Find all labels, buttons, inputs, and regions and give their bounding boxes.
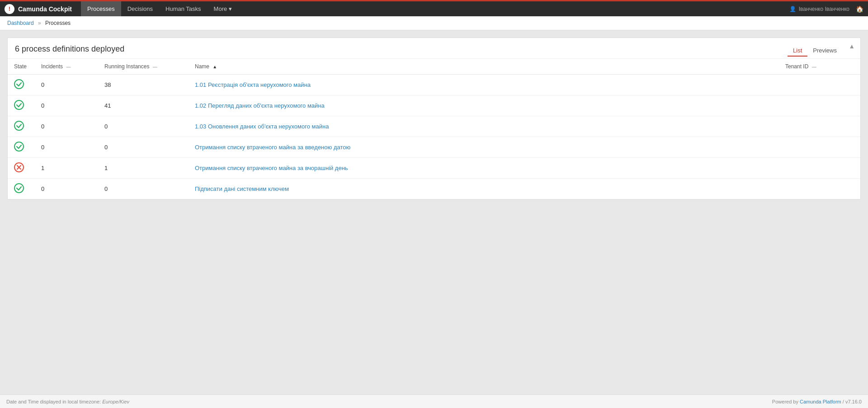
table-row: 0411.02 Перегляд даних об'єкта нерухомог… [8, 95, 860, 116]
cell-name[interactable]: Отримання списку втраченого майна за вчо… [189, 158, 779, 179]
svg-point-1 [14, 100, 24, 109]
brand-name: Camunda Cockpit [18, 5, 72, 13]
top-navbar: ! Camunda Cockpit Processes Decisions Hu… [0, 0, 868, 16]
col-header-running[interactable]: Running Instances — [98, 59, 189, 75]
cell-incidents: 0 [35, 116, 98, 137]
view-tabs: List Previews [788, 45, 842, 57]
table-header-row: State Incidents — Running Instances — Na… [8, 59, 860, 75]
cell-name[interactable]: 1.02 Перегляд даних об'єкта нерухомого м… [189, 95, 779, 116]
state-ok-icon [14, 125, 24, 132]
running-sort-icon: — [153, 64, 157, 69]
table-row: 00Підписати дані системним ключем [8, 179, 860, 199]
cell-incidents: 0 [35, 75, 98, 95]
col-header-incidents[interactable]: Incidents — [35, 59, 98, 75]
process-name-link[interactable]: 1.03 Оновлення даних об'єкта нерухомого … [195, 123, 329, 130]
nav-user: 👤 Іванченко Іванченко [789, 6, 849, 12]
process-name-link[interactable]: Отримання списку втраченого майна за вве… [195, 144, 350, 151]
cell-state [8, 179, 35, 199]
state-error-icon [14, 167, 24, 174]
name-sort-icon: ▲ [212, 64, 217, 69]
breadcrumb: Dashboard » Processes [0, 16, 868, 30]
process-definitions-panel: 6 process definitions deployed List Prev… [7, 38, 861, 199]
process-name-link[interactable]: 1.01 Реєстрація об'єкта нерухомого майна [195, 81, 311, 88]
cell-tenant [779, 95, 860, 116]
breadcrumb-separator: » [38, 20, 41, 26]
brand-link[interactable]: ! Camunda Cockpit [5, 4, 72, 14]
cell-running: 41 [98, 95, 189, 116]
table-row: 0381.01 Реєстрація об'єкта нерухомого ма… [8, 75, 860, 95]
cell-state [8, 158, 35, 179]
table-row: 001.03 Оновлення даних об'єкта нерухомог… [8, 116, 860, 137]
panel-collapse-button[interactable]: ▲ [849, 43, 855, 50]
cell-running: 1 [98, 158, 189, 179]
nav-items: Processes Decisions Human Tasks More ▾ [81, 1, 789, 16]
svg-point-2 [14, 121, 24, 130]
cell-tenant [779, 137, 860, 158]
panel-title: 6 process definitions deployed [15, 44, 124, 54]
cell-tenant [779, 179, 860, 199]
state-ok-icon [14, 188, 24, 195]
svg-point-3 [14, 142, 24, 151]
cell-state [8, 75, 35, 95]
tab-list[interactable]: List [788, 45, 807, 57]
cell-state [8, 137, 35, 158]
cell-tenant [779, 75, 860, 95]
state-ok-icon [14, 84, 24, 90]
breadcrumb-processes: Processes [45, 20, 71, 26]
footer-timezone: Date and Time displayed in local timezon… [6, 399, 129, 404]
svg-point-7 [14, 184, 24, 193]
nav-item-decisions[interactable]: Decisions [121, 1, 159, 16]
tenant-sort-icon: — [812, 64, 816, 69]
cell-incidents: 0 [35, 137, 98, 158]
nav-item-human-tasks[interactable]: Human Tasks [159, 1, 208, 16]
panel-header: 6 process definitions deployed List Prev… [8, 38, 860, 59]
home-icon[interactable]: 🏠 [856, 5, 863, 13]
nav-item-processes[interactable]: Processes [81, 1, 121, 16]
cell-name[interactable]: 1.03 Оновлення даних об'єкта нерухомого … [189, 116, 779, 137]
cell-running: 0 [98, 116, 189, 137]
cell-tenant [779, 116, 860, 137]
main-content: 6 process definitions deployed List Prev… [0, 30, 868, 207]
cell-running: 0 [98, 179, 189, 199]
svg-point-0 [14, 80, 24, 89]
footer-powered-by: Powered by Camunda Platform / v7.16.0 [772, 399, 862, 404]
table-body: 0381.01 Реєстрація об'єкта нерухомого ма… [8, 75, 860, 199]
process-name-link[interactable]: Підписати дані системним ключем [195, 185, 289, 192]
user-icon: 👤 [789, 6, 796, 12]
state-ok-icon [14, 146, 24, 153]
incidents-sort-icon: — [66, 64, 71, 69]
more-dropdown-icon: ▾ [229, 5, 232, 12]
cell-state [8, 95, 35, 116]
table-row: 11Отримання списку втраченого майна за в… [8, 158, 860, 179]
cell-name[interactable]: Отримання списку втраченого майна за вве… [189, 137, 779, 158]
breadcrumb-dashboard[interactable]: Dashboard [7, 20, 34, 26]
nav-right: 👤 Іванченко Іванченко 🏠 [789, 5, 863, 13]
state-ok-icon [14, 104, 24, 111]
cell-state [8, 116, 35, 137]
cell-running: 0 [98, 137, 189, 158]
cell-name[interactable]: Підписати дані системним ключем [189, 179, 779, 199]
cell-incidents: 0 [35, 95, 98, 116]
process-name-link[interactable]: 1.02 Перегляд даних об'єкта нерухомого м… [195, 102, 325, 109]
process-name-link[interactable]: Отримання списку втраченого майна за вчо… [195, 165, 348, 171]
page-footer: Date and Time displayed in local timezon… [0, 394, 868, 408]
table-row: 00Отримання списку втраченого майна за в… [8, 137, 860, 158]
cell-name[interactable]: 1.01 Реєстрація об'єкта нерухомого майна [189, 75, 779, 95]
camunda-platform-link[interactable]: Camunda Platform [800, 399, 841, 404]
brand-icon: ! [5, 4, 14, 14]
cell-tenant [779, 158, 860, 179]
user-name: Іванченко Іванченко [799, 6, 849, 12]
process-table: State Incidents — Running Instances — Na… [8, 59, 860, 199]
col-header-name[interactable]: Name ▲ [189, 59, 779, 75]
col-header-state: State [8, 59, 35, 75]
cell-incidents: 0 [35, 179, 98, 199]
cell-incidents: 1 [35, 158, 98, 179]
col-header-tenant[interactable]: Tenant ID — [779, 59, 860, 75]
nav-item-more[interactable]: More ▾ [208, 1, 239, 16]
cell-running: 38 [98, 75, 189, 95]
tab-previews[interactable]: Previews [807, 45, 842, 57]
